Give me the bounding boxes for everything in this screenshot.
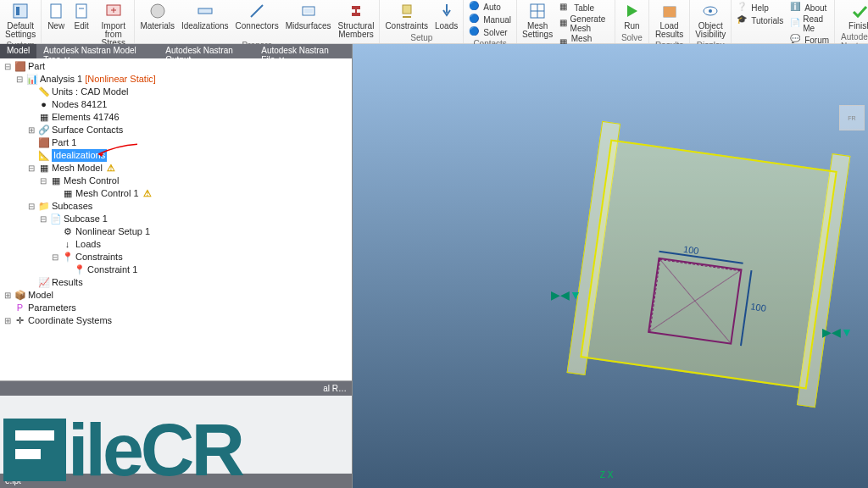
manual-contact-button[interactable]: 🔵Manual: [466, 14, 514, 25]
svg-rect-11: [403, 5, 411, 14]
ribbon-group-support: ❔Help 🎓Tutorials ℹ️About 📄Read Me 💬Forum…: [732, 0, 835, 43]
mesh-icon: [528, 2, 547, 20]
tutorials-button[interactable]: 🎓Tutorials: [734, 14, 786, 26]
ribbon-group-system: Default Settings System: [0, 0, 42, 43]
sub-icon: 📄: [50, 214, 61, 225]
tab-model-tree[interactable]: Autodesk Nastran Model Tree✕: [36, 44, 159, 58]
output-pane: al R…: [0, 380, 352, 474]
fea-model[interactable]: 100 100: [557, 119, 861, 409]
tree-icon: 📊: [26, 74, 37, 85]
mesh-icon: ▦: [38, 163, 49, 174]
tree-nonlinear-setup[interactable]: ⚙Nonlinear Setup 1: [3, 225, 348, 238]
materials-icon: [148, 2, 167, 20]
tree-mesh-control[interactable]: ⊟▦Mesh Control: [3, 175, 348, 187]
idealizations-button[interactable]: Idealizations: [179, 1, 231, 31]
file-tab[interactable]: e.ipt: [0, 474, 352, 488]
tab-model[interactable]: Model: [0, 44, 36, 58]
ribbon: Default Settings System New Edit Import …: [0, 0, 868, 44]
generate-mesh-button[interactable]: ▦Generate Mesh: [557, 14, 612, 33]
ribbon-group-contacts: 🔵Auto 🔵Manual 🔵Solver Contacts: [464, 0, 517, 43]
svg-rect-2: [51, 4, 61, 18]
group-label: Setup: [407, 32, 436, 43]
viewport-3d[interactable]: FR 100 100 ▶◀▼ ▶◀▼ Z X: [353, 44, 868, 488]
tree-nodes[interactable]: ●Nodes 84121: [3, 98, 348, 111]
tree-mesh-control-1[interactable]: ▦Mesh Control 1⚠: [3, 187, 348, 200]
help-button[interactable]: ❔Help: [734, 2, 771, 14]
ribbon-group-prepare: Materials Idealizations Connectors Midsu…: [135, 0, 380, 43]
about-button[interactable]: ℹ️About: [787, 2, 829, 14]
readme-button[interactable]: 📄Read Me: [787, 14, 832, 33]
mesh-icon: ▦: [50, 175, 61, 186]
finish-button[interactable]: Finish: [846, 1, 868, 31]
ideal-icon: 📐: [38, 150, 49, 161]
svg-rect-0: [14, 4, 27, 18]
loads-button[interactable]: Loads: [432, 1, 460, 31]
ribbon-group-finish: Finish Autodesk Nastran In-CAD Exit: [835, 0, 868, 43]
grid-icon: ▦: [38, 112, 49, 123]
annotation-arrow: [95, 142, 137, 159]
tree-mesh-model[interactable]: ⊟▦Mesh Model⚠: [3, 162, 348, 175]
materials-button[interactable]: Materials: [137, 1, 177, 31]
load-icon: ↓: [62, 239, 73, 250]
tree-root[interactable]: ⊟🟫Part: [3, 60, 348, 73]
mesh-settings-button[interactable]: Mesh Settings: [520, 1, 555, 40]
viewcube[interactable]: FR: [839, 105, 865, 130]
connectors-button[interactable]: Connectors: [233, 1, 281, 31]
tree-elements[interactable]: ▦Elements 41746: [3, 111, 348, 124]
check-icon: [850, 2, 868, 20]
svg-point-19: [709, 9, 712, 13]
folder-icon: 📁: [38, 201, 49, 212]
ribbon-group-solve: Run Solve: [615, 0, 649, 43]
tree-results[interactable]: 📈Results: [3, 276, 348, 289]
dimension-h: 100: [682, 244, 699, 256]
nl-icon: ⚙: [62, 226, 73, 237]
tree-subcases[interactable]: ⊟📁Subcases: [3, 200, 348, 213]
tree-coord-systems[interactable]: ⊞✛Coordinate Systems: [3, 314, 348, 327]
ribbon-group-display: Object Visibility Display: [690, 0, 732, 43]
warning-icon: ⚠: [143, 187, 152, 200]
tab-output[interactable]: Autodesk Nastran Output: [159, 44, 254, 58]
tree-subcase-1[interactable]: ⊟📄Subcase 1: [3, 213, 348, 225]
auto-contact-button[interactable]: 🔵Auto: [466, 1, 504, 13]
import-icon: [104, 2, 123, 20]
constraints-button[interactable]: Constraints: [382, 1, 431, 31]
model-icon: 📦: [14, 290, 25, 301]
structural-members-button[interactable]: Structural Members: [336, 1, 377, 40]
connectors-icon: [248, 2, 266, 20]
edit-icon: [72, 2, 91, 20]
ribbon-group-setup: Constraints Loads Setup: [380, 0, 464, 43]
midsurfaces-button[interactable]: Midsurfaces: [283, 1, 334, 31]
load-results-button[interactable]: Load Results: [652, 1, 687, 40]
tree-model[interactable]: ⊞📦Model: [3, 289, 348, 302]
tab-file[interactable]: Autodesk Nastran File✕: [254, 44, 352, 58]
tree-parameters[interactable]: PParameters: [3, 302, 348, 314]
tree-loads[interactable]: ↓Loads: [3, 238, 348, 251]
midsurfaces-icon: [299, 2, 318, 20]
tree-constraints[interactable]: ⊟📍Constraints: [3, 251, 348, 263]
tree-units[interactable]: 📏Units : CAD Model: [3, 86, 348, 98]
edit-button[interactable]: Edit: [70, 1, 93, 31]
tree-constraint-1[interactable]: 📍Constraint 1: [3, 263, 348, 276]
tree-idealizations[interactable]: 📐Idealizations: [3, 149, 348, 162]
table-icon: ▦: [559, 2, 571, 14]
tree-analysis[interactable]: ⊟📊Analysis 1 [Nonlinear Static]: [3, 73, 348, 86]
run-button[interactable]: Run: [620, 1, 643, 31]
mesh-icon: ▦: [62, 188, 73, 199]
readme-icon: 📄: [790, 18, 800, 30]
dimension-v: 100: [750, 301, 767, 313]
auto-icon: 🔵: [469, 1, 481, 13]
param-icon: P: [14, 302, 25, 313]
axis-gizmo: Z X: [600, 470, 614, 480]
tree-part1[interactable]: 🟫Part 1: [3, 136, 348, 149]
default-settings-button[interactable]: Default Settings: [3, 1, 38, 40]
model-tree[interactable]: ⊟🟫Part ⊟📊Analysis 1 [Nonlinear Static] 📏…: [0, 58, 352, 380]
eye-icon: [701, 2, 720, 20]
tree-surface-contacts[interactable]: ⊞🔗Surface Contacts: [3, 124, 348, 136]
new-button[interactable]: New: [44, 1, 68, 31]
status-tab[interactable]: al R…: [0, 381, 352, 396]
mesh-table-button[interactable]: ▦Table: [557, 2, 597, 14]
svg-rect-1: [16, 7, 19, 15]
contact-icon: 🔗: [38, 125, 49, 136]
solver-contact-button[interactable]: 🔵Solver: [466, 26, 509, 38]
object-visibility-button[interactable]: Object Visibility: [693, 1, 728, 40]
